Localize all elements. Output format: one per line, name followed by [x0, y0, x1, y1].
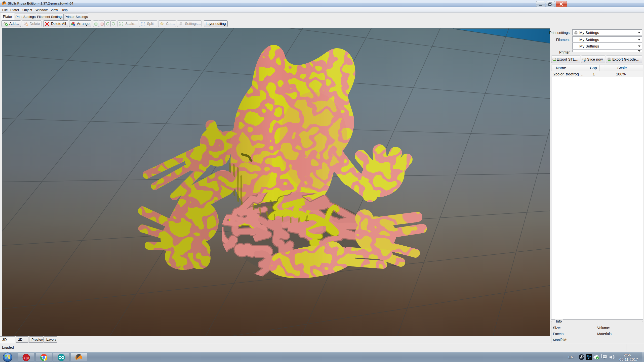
svg-text::-p: :-p	[24, 355, 29, 360]
